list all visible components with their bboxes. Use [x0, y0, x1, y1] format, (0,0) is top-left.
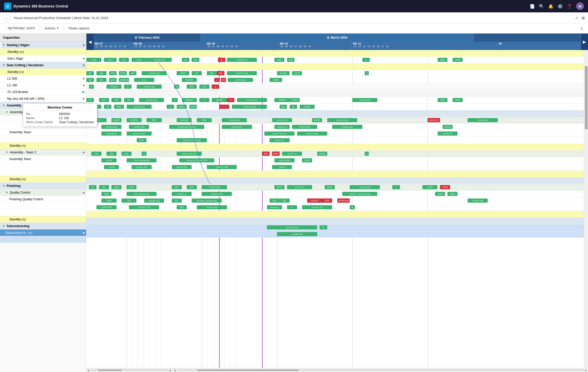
bar-103[interactable]: 103 — [274, 58, 284, 62]
qc1-3[interactable]: 101041 (2 — [172, 192, 192, 196]
lcx-10[interactable]: 101083 (30) — [237, 98, 267, 102]
tc229-6[interactable]: 10101 — [177, 105, 187, 109]
a1r3-3[interactable]: 101057 (5 1010 — [264, 131, 295, 136]
qch-4[interactable]: 1010 — [127, 185, 137, 189]
tc229-7[interactable]: 1010 — [189, 105, 197, 109]
collapse-icon[interactable]: ⊠ — [582, 16, 585, 20]
qch-12[interactable]: 1 — [392, 185, 400, 189]
a1r2-7[interactable]: 101069 (80) — [332, 125, 362, 129]
asm1-h3[interactable]: 101032 — [127, 118, 142, 122]
bar-1010[interactable]: 1010 — [86, 58, 101, 62]
lcx-8[interactable]: 1 — [199, 98, 209, 102]
lc500-red[interactable]: 101 — [217, 71, 224, 75]
lcx-5[interactable]: 101034 (50) — [139, 98, 164, 102]
lcx-13[interactable]: 101076 (70) — [352, 98, 377, 102]
back-button[interactable]: ← — [3, 14, 10, 22]
a1r2-6[interactable]: 101073 (50) — [292, 125, 317, 129]
subcontracting-group[interactable]: ▼ Subcontracting — [0, 223, 86, 229]
sawing-group[interactable]: ▼ Sawing | Sägen ▶ — [1, 42, 86, 48]
qc3-6[interactable]: 1 — [287, 205, 297, 209]
tc229-11[interactable]: 10106 — [300, 105, 315, 109]
bell-icon[interactable]: 🔔 — [548, 4, 553, 9]
a2r2-5[interactable]: 101078 — [272, 165, 292, 169]
tc229-4[interactable]: 101033 (70) — [127, 105, 152, 109]
lc500-bar2[interactable]: 101 — [96, 71, 107, 75]
bar-101048[interactable]: 101048 (70) — [146, 58, 172, 62]
qc2-6[interactable]: 101 — [270, 199, 280, 203]
lc180-machine[interactable]: LC 180 ▶ — [0, 82, 86, 89]
qc2-8[interactable]: 101068 (50) — [468, 199, 488, 203]
lc500-bar3[interactable]: 103 — [109, 71, 117, 75]
quality-ctrl-group[interactable]: ▼ Quality Control ▶ — [0, 189, 86, 196]
left-bottom-scroll[interactable]: ◀ ▶ — [86, 368, 173, 372]
lc500-bar8[interactable]: 10 — [192, 71, 202, 75]
qc2-red2[interactable]: 101 — [322, 199, 332, 203]
tc229-red[interactable] — [219, 105, 229, 109]
old-mill-machine[interactable]: My very old mill (eff = 20%) ▶ — [0, 95, 86, 102]
a2r1-5[interactable]: 1010 — [302, 158, 312, 162]
bar-101-red[interactable]: 1 — [218, 58, 225, 62]
a1r2-4[interactable]: 101048 (70) — [222, 125, 252, 129]
qc1-4[interactable]: 101031 (120) — [202, 192, 232, 196]
a2r2-3[interactable]: 101035 (65) — [172, 165, 192, 169]
lcx-1[interactable]: 72 — [86, 98, 94, 102]
qc3-2[interactable]: 101025 (120) — [129, 205, 159, 209]
tc229-3[interactable]: 1010 — [114, 105, 124, 109]
lcx-4[interactable]: 101 — [124, 98, 134, 102]
gantt-prev-btn[interactable]: ◀ — [86, 34, 94, 50]
a1r4-3[interactable]: 101071 (6 — [270, 138, 290, 142]
tc229-9[interactable]: 101 — [280, 105, 287, 109]
qch-7[interactable]: 101036 (80) — [202, 185, 227, 189]
lc500-bar9[interactable]: 101 — [207, 71, 217, 75]
asm1-h8[interactable]: 101072 (75) — [272, 118, 292, 122]
a1r2-8[interactable]: 10105 — [443, 125, 453, 129]
a1r3-2[interactable]: 101031 (120) — [127, 131, 152, 136]
qc2-1[interactable]: 1010 — [101, 199, 116, 203]
a2r2-4[interactable]: 101047 (100) — [207, 165, 237, 169]
qch-2[interactable]: 101 — [99, 185, 109, 189]
lc500-bar10[interactable]: 101070 (120) — [227, 71, 257, 75]
gear-cutting-group[interactable]: ▼ Gear Cutting | Verzahnen ▶ — [0, 62, 86, 69]
gear-extra-red[interactable]: 1 — [212, 85, 219, 89]
a1r2-2[interactable]: 101030 (50) — [129, 125, 149, 129]
a2r1-1[interactable]: 10102 — [101, 158, 116, 162]
qc1-1[interactable]: 1010 — [101, 192, 111, 196]
lc180-bar3[interactable]: 1010 — [109, 78, 117, 82]
lc500-bar4[interactable]: 1010 — [119, 71, 126, 75]
expand-icon[interactable]: ⤢ — [575, 16, 578, 20]
qc3-1[interactable]: 1101 1010 — [96, 205, 117, 209]
bar-1010d[interactable]: 1010 — [438, 58, 448, 62]
asm2h-2[interactable]: 101 — [107, 152, 117, 156]
a2r2-2[interactable]: 101041 (80) — [132, 165, 152, 169]
qc1-2[interactable]: 101 101046 (40) — [127, 192, 157, 196]
lc500-bar6[interactable]: 101039 (28) — [142, 71, 167, 75]
a2r2-1[interactable]: 10104 — [104, 165, 119, 169]
a1r4-2[interactable]: 101033 (70 101042 — [177, 138, 207, 142]
asm1-red[interactable]: 101076 (7 — [428, 118, 440, 122]
galv-sub-bar1[interactable]: 101069 (80) — [277, 232, 317, 236]
lc180-red1[interactable]: 1 — [214, 78, 219, 82]
search-icon[interactable]: 🔍 — [539, 4, 544, 9]
qc2-red3[interactable]: 101056 (75) — [337, 199, 350, 203]
asm2h-red2[interactable]: 1010 — [272, 152, 280, 156]
galv-bar1[interactable]: 101070 (120) — [267, 225, 317, 229]
qch-6[interactable]: 101 — [187, 185, 197, 189]
qc3-8[interactable]: ● — [350, 205, 355, 209]
qch-13[interactable]: 1010 — [422, 185, 437, 189]
a1r2-3[interactable]: 101034 (50 101039 ( — [169, 125, 204, 129]
lcx-14[interactable]: 1010 — [438, 98, 448, 102]
lcx-2[interactable]: 101 — [99, 98, 109, 102]
gear-extra-bar1[interactable]: 6 — [89, 85, 94, 89]
lc500-bar12[interactable]: 1010 — [292, 71, 302, 75]
gear-extra-bar5[interactable]: 10 — [174, 85, 179, 89]
lc180-red2[interactable]: 101 — [221, 78, 226, 82]
lc180-bar4[interactable]: 101042 — [119, 78, 129, 82]
nav-fewer-options[interactable]: Fewer options — [65, 24, 93, 34]
a1r3-1[interactable]: 101028 (72 — [101, 131, 121, 136]
lc500-bar1[interactable]: 50 — [86, 71, 94, 75]
asm2h-7[interactable]: 10106 — [317, 152, 327, 156]
qc2-7[interactable]: 101 — [280, 199, 290, 203]
lcx-11[interactable]: 101070 — [274, 98, 289, 102]
lc500-bar5[interactable]: 101 — [129, 71, 136, 75]
assembly-team2-group[interactable]: ▼ Assembly - Team 2 ▶ — [0, 149, 86, 156]
